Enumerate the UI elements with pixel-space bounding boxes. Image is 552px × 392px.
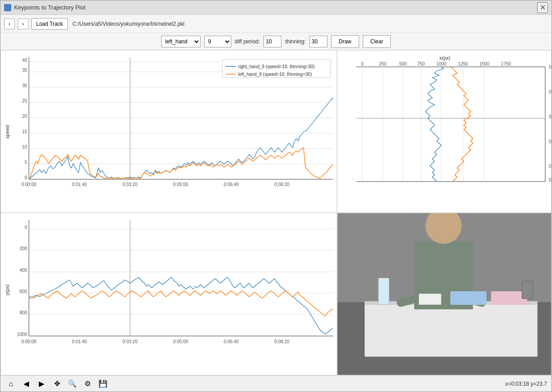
forward-icon[interactable]: ▶ (36, 378, 47, 390)
svg-text:1750: 1750 (501, 61, 511, 66)
svg-text:750: 750 (417, 61, 425, 66)
svg-text:0:05:00: 0:05:00 (173, 182, 188, 187)
diff-period-label: diff period: (235, 38, 260, 45)
back-icon[interactable]: ◀ (20, 378, 32, 390)
svg-text:500: 500 (399, 61, 407, 66)
file-path: C:/Users/a5/Videos/yokumiyone/trk/nelnel… (72, 21, 184, 27)
svg-text:400: 400 (19, 268, 27, 273)
svg-text:0:03:20: 0:03:20 (122, 182, 138, 187)
svg-text:0:06:40: 0:06:40 (549, 164, 552, 169)
svg-text:0: 0 (24, 225, 27, 230)
close-button[interactable]: ✕ (537, 2, 548, 13)
svg-text:800: 800 (19, 310, 27, 315)
nav-forward-button[interactable]: › (18, 19, 28, 29)
svg-text:0:00:00: 0:00:00 (21, 182, 37, 187)
number-select[interactable]: 9 (204, 36, 231, 47)
svg-text:0:08:20: 0:08:20 (274, 182, 290, 187)
svg-text:y(px): y(px) (5, 285, 10, 295)
svg-text:0:03:20: 0:03:20 (549, 114, 552, 119)
nav-back-button[interactable]: ‹ (4, 19, 15, 29)
diff-period-input[interactable] (263, 36, 281, 47)
home-icon[interactable]: ⌂ (5, 378, 17, 390)
status-coordinates: x=0:03:18 y=23.7 (505, 381, 547, 387)
svg-text:0:00:00: 0:00:00 (21, 339, 37, 344)
settings-icon[interactable]: ⚙ (82, 378, 94, 390)
svg-text:15: 15 (22, 129, 28, 134)
svg-text:1000: 1000 (17, 332, 28, 337)
svg-text:20: 20 (22, 114, 28, 119)
svg-text:right_hand_9 (speed=10, thinni: right_hand_9 (speed=10, thinning=30) (238, 64, 315, 69)
svg-text:0:01:40: 0:01:40 (72, 339, 87, 344)
svg-text:1500: 1500 (479, 61, 490, 66)
svg-text:25: 25 (22, 98, 28, 103)
svg-text:0:03:20: 0:03:20 (122, 339, 138, 344)
svg-text:10: 10 (22, 145, 28, 149)
window-title: Keypoints to Trajectory Plot (14, 4, 85, 11)
move-icon[interactable]: ✥ (51, 378, 63, 390)
svg-text:30: 30 (22, 83, 28, 88)
svg-text:0:06:40: 0:06:40 (224, 339, 239, 344)
svg-text:600: 600 (19, 289, 27, 294)
zoom-icon[interactable]: 🔍 (66, 378, 78, 390)
svg-text:1000: 1000 (436, 61, 447, 66)
body-part-select[interactable]: left_hand right_hand (161, 36, 201, 47)
svg-text:5: 5 (24, 160, 27, 165)
thinning-label: thinning: (285, 38, 305, 45)
svg-text:0:01:40: 0:01:40 (549, 89, 552, 94)
svg-text:0: 0 (24, 175, 27, 180)
save-icon[interactable]: 💾 (97, 378, 109, 390)
svg-text:x(px): x(px) (440, 55, 450, 61)
load-track-button[interactable]: Load Track (31, 18, 68, 30)
svg-text:35: 35 (22, 68, 28, 73)
svg-text:0:08:20: 0:08:20 (549, 177, 552, 182)
svg-text:0:01:40: 0:01:40 (72, 182, 87, 187)
svg-text:0:06:40: 0:06:40 (224, 182, 239, 187)
svg-text:250: 250 (379, 61, 387, 66)
x-position-chart: x(px) 0 250 500 750 1000 1250 1500 1750 … (337, 50, 552, 213)
svg-text:0:00:00: 0:00:00 (549, 65, 552, 70)
thinning-input[interactable] (309, 36, 327, 47)
svg-text:0:05:00: 0:05:00 (173, 339, 188, 344)
draw-button[interactable]: Draw (331, 35, 359, 48)
speed-y-label: speed (5, 125, 10, 139)
svg-text:left_hand_9 (speed=10, thinnin: left_hand_9 (speed=10, thinning=30) (238, 72, 312, 77)
svg-text:1250: 1250 (458, 61, 468, 66)
y-position-chart: y(px) 0 200 400 600 800 1000 (0, 213, 337, 375)
clear-button[interactable]: Clear (363, 35, 391, 48)
svg-text:0: 0 (361, 61, 364, 66)
video-frame (337, 213, 552, 375)
speed-chart: speed 0 5 10 15 20 25 30 35 40 (0, 50, 337, 213)
svg-text:40: 40 (22, 58, 28, 63)
app-icon (4, 4, 11, 11)
svg-text:0:05:00: 0:05:00 (549, 139, 552, 144)
svg-text:0:08:20: 0:08:20 (274, 339, 290, 344)
svg-text:200: 200 (19, 246, 27, 251)
